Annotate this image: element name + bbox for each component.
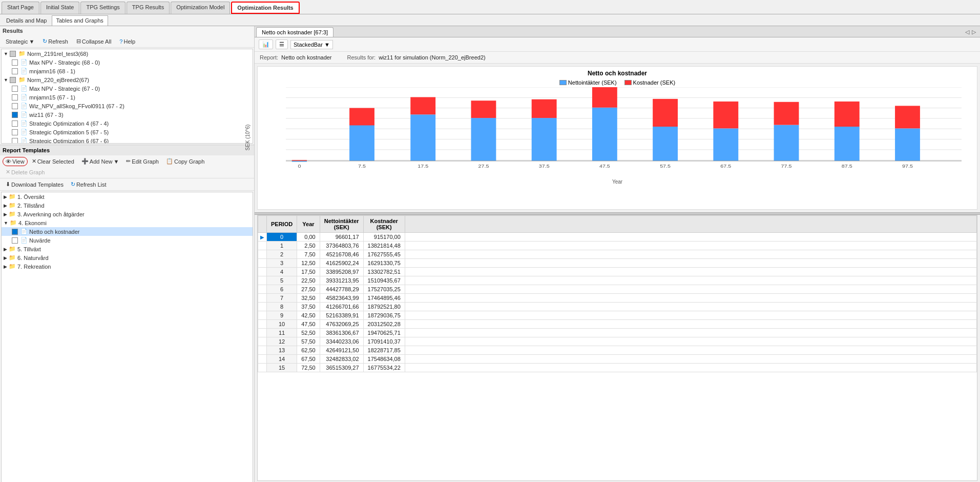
tree-item-maxnpv68[interactable]: 📄 Max NPV - Strategic (68 - 0) <box>2 58 253 67</box>
clear-selected-button[interactable]: ✕ Clear Selected <box>29 156 77 166</box>
data-table-container[interactable]: PERIOD Year Nettointäkter (SEK) Kostnade… <box>257 215 977 481</box>
bar-red-7 <box>713 102 738 128</box>
bar-blue-1 <box>349 125 374 161</box>
row-indicator-cell <box>258 364 267 372</box>
checkbox-netto[interactable] <box>12 229 18 235</box>
checkbox-maxnpv67[interactable] <box>12 86 18 92</box>
doc-icon: 📄 <box>20 137 28 144</box>
checkbox-mnjamn15[interactable] <box>12 94 18 101</box>
add-new-button[interactable]: ➕ Add New ▼ <box>78 156 122 166</box>
checkbox-norm2191[interactable] <box>10 51 16 57</box>
tree-item-norm2191[interactable]: ▼ 📁 Norm_2191rel_test3(68) <box>2 49 253 58</box>
chart-btn-2[interactable]: ☰ <box>276 39 288 49</box>
tab-start-page[interactable]: Start Page <box>2 2 39 14</box>
tree-item-strategic4[interactable]: 📄 Strategic Optimization 4 (67 - 4) <box>2 119 253 128</box>
nav-left-icon[interactable]: ◁ <box>965 29 969 35</box>
legend-color-kostnader <box>624 80 632 85</box>
collapse-all-button[interactable]: ⊟ Collapse All <box>73 36 114 46</box>
tab-optimization-model[interactable]: Optimization Model <box>171 2 230 14</box>
table-row-period: 0 <box>267 233 297 242</box>
edit-graph-button[interactable]: ✏ Edit Graph <box>123 156 162 166</box>
col-year[interactable]: Year <box>297 216 320 233</box>
checkbox-norm220[interactable] <box>10 77 16 83</box>
tab-initial-state[interactable]: Initial State <box>40 2 79 14</box>
delete-graph-button[interactable]: ✕ Delete Graph <box>3 167 48 177</box>
table-row-kostnader: 18729036,75 <box>363 311 405 320</box>
copy-graph-button[interactable]: 📋 Copy Graph <box>163 156 207 166</box>
table-row-kostnader: 915170,00 <box>363 233 405 242</box>
folder-icon: 📁 <box>18 50 26 57</box>
tpl-item-tillvaxt[interactable]: ▶ 📁 5. Tillväxt <box>2 245 253 253</box>
table-row-year: 22,50 <box>297 276 320 285</box>
checkbox-maxnpv68[interactable] <box>12 59 18 66</box>
checkbox-strategic4[interactable] <box>12 120 18 127</box>
refresh-list-button[interactable]: ↻ Refresh List <box>68 179 110 189</box>
help-button[interactable]: ? Help <box>116 37 138 46</box>
table-row-kostnader: 17464895,46 <box>363 294 405 303</box>
checkbox-wiznpv[interactable] <box>12 103 18 109</box>
clear-icon: ✕ <box>32 158 36 165</box>
tpl-item-netto[interactable]: 📄 Netto och kostnader <box>2 227 253 236</box>
checkbox-wiz11[interactable] <box>12 112 18 118</box>
bar-red-2 <box>410 97 435 114</box>
tree-item-mnjamn16[interactable]: 📄 mnjamn16 (68 - 1) <box>2 67 253 75</box>
tpl-item-ekonomi[interactable]: ▼ 📁 4. Ekonomi <box>2 218 253 227</box>
col-period[interactable]: PERIOD <box>267 216 297 233</box>
tpl-item-tillstand[interactable]: ▶ 📁 2. Tillstånd <box>2 201 253 210</box>
tree-item-strategic5[interactable]: 📄 Strategic Optimization 5 (67 - 5) <box>2 128 253 136</box>
download-templates-button[interactable]: ⬇ Download Templates <box>3 179 67 189</box>
tree-item-strategic6[interactable]: 📄 Strategic Optimization 6 (67 - 6) <box>2 136 253 144</box>
checkbox-mnjamn16[interactable] <box>12 68 18 74</box>
chart-type-dropdown[interactable]: StackedBar ▼ <box>290 40 333 49</box>
graph-tab-netto[interactable]: Netto och kostnader [67:3] <box>256 27 333 37</box>
checkbox-strategic6[interactable] <box>12 138 18 144</box>
bar-blue-4 <box>532 118 557 161</box>
tpl-item-oversikt[interactable]: ▶ 📁 1. Översikt <box>2 192 253 201</box>
tab-tpg-results[interactable]: TPG Results <box>127 2 170 14</box>
strategic-dropdown[interactable]: Strategic ▼ <box>3 37 37 46</box>
tpl-item-naturvard[interactable]: ▶ 📁 6. Naturvård <box>2 253 253 262</box>
bar-red-6 <box>653 99 678 127</box>
chart-btn-1[interactable]: 📊 <box>259 39 273 49</box>
nav-right-icon[interactable]: ▷ <box>972 29 976 35</box>
checkbox-strategic5[interactable] <box>12 129 18 135</box>
row-indicator-cell <box>258 303 267 311</box>
tab-optimization-results[interactable]: Optimization Results <box>231 2 299 14</box>
view-button[interactable]: 👁 View <box>3 157 28 166</box>
col-netto[interactable]: Nettointäkter (SEK) <box>320 216 363 233</box>
tpl-item-rekreation[interactable]: ▶ 📁 7. Rekreation <box>2 262 253 271</box>
tree-item-wiz-npv[interactable]: 📄 Wiz_NPV_allSkog_FFvol0911 (67 - 2) <box>2 102 253 110</box>
table-row-year: 47,50 <box>297 320 320 329</box>
graph-nav: ◁ ▷ <box>965 29 978 35</box>
tree-item-norm220[interactable]: ▼ 📁 Norm_220_ejBreed2(67) <box>2 75 253 84</box>
row-indicator-cell <box>258 276 267 285</box>
tree-item-mnjamn15[interactable]: 📄 mnjamn15 (67 - 1) <box>2 93 253 102</box>
folder-icon-oversikt: 📁 <box>9 193 16 200</box>
table-row-empty <box>405 346 976 355</box>
expand-icon-tillstand: ▶ <box>4 203 7 208</box>
tab-tables-and-graphs[interactable]: Tables and Graphs <box>52 15 108 26</box>
bar-blue-8 <box>774 125 799 161</box>
tab-tpg-settings[interactable]: TPG Settings <box>80 2 125 14</box>
table-row-empty <box>405 364 976 372</box>
tpl-item-nuvarde[interactable]: 📄 Nuvärde <box>2 236 253 245</box>
download-icon: ⬇ <box>6 181 10 188</box>
col-kostnader[interactable]: Kostnader (SEK) <box>363 216 405 233</box>
table-row-empty <box>405 355 976 364</box>
checkbox-nuvarde[interactable] <box>12 237 18 244</box>
table-row-netto: 32482833,02 <box>320 355 363 364</box>
tree-item-wiz11[interactable]: 📄 wiz11 (67 - 3) <box>2 110 253 119</box>
table-icon: ☰ <box>279 41 284 48</box>
tab-details-and-map[interactable]: Details and Map <box>2 15 52 26</box>
table-row-period: 14 <box>267 355 297 364</box>
main-tab-bar: Start Page Initial State TPG Settings TP… <box>0 0 980 14</box>
refresh-button[interactable]: ↻ Refresh <box>39 36 71 46</box>
table-row-year: 67,50 <box>297 355 320 364</box>
tpl-item-avverkning[interactable]: ▶ 📁 3. Avverkning och åtgärder <box>2 210 253 218</box>
tree-item-maxnpv67[interactable]: 📄 Max NPV - Strategic (67 - 0) <box>2 84 253 93</box>
expand-icon: ▼ <box>4 51 8 56</box>
bar-blue-10 <box>895 128 920 160</box>
templates-tree[interactable]: ▶ 📁 1. Översikt ▶ 📁 2. Tillstånd ▶ 📁 3. … <box>1 192 253 482</box>
results-tree[interactable]: ▼ 📁 Norm_2191rel_test3(68) 📄 Max NPV - S… <box>1 49 253 144</box>
bar-blue-7 <box>713 128 738 160</box>
